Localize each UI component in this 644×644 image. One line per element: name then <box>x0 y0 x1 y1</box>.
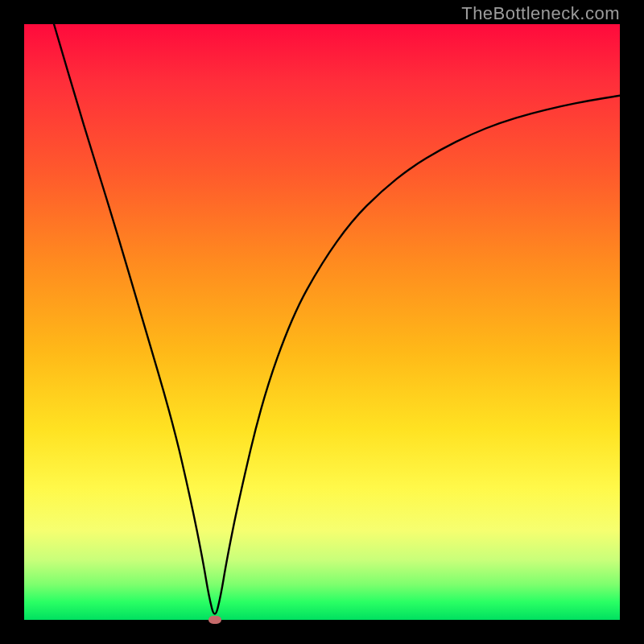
plot-area <box>24 24 620 620</box>
watermark-text: TheBottleneck.com <box>461 3 620 24</box>
minimum-point-marker <box>208 616 221 624</box>
bottleneck-curve <box>24 24 620 620</box>
chart-frame: TheBottleneck.com <box>0 0 644 644</box>
